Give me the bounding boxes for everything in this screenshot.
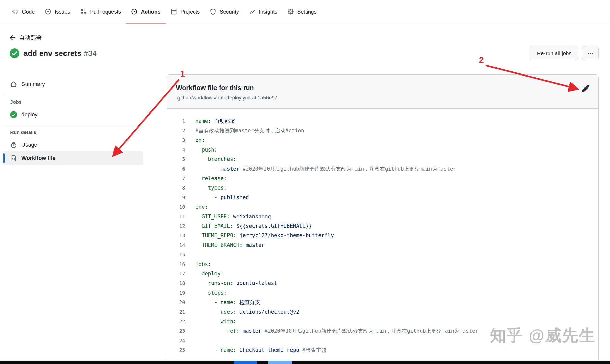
check-circle-icon [10,111,17,118]
line-number: 21 [167,309,185,315]
line-number: 14 [167,242,185,248]
code-text: env: [185,204,208,210]
code-text: runs-on: ubuntu-latest [185,280,277,286]
line-number: 1 [167,118,185,124]
code-text: push: [185,147,217,153]
line-number: 12 [167,223,185,229]
run-title-text: add env secrets [23,49,81,58]
code-line: 5 branches: [167,155,598,164]
tab-settings[interactable]: Settings [282,0,322,24]
line-number: 22 [167,318,185,324]
sidebar-item-label: deploy [21,111,37,118]
code-line: 7 release: [167,173,598,183]
code-text: THEME_BRANCH: master [185,242,265,248]
code-line: 8 types: [167,183,598,193]
run-success-icon [10,48,19,58]
tab-security[interactable]: Security [205,0,244,24]
card-title: Workflow file for this run [176,83,277,92]
tab-label: Issues [55,9,70,15]
shield-icon [210,8,216,15]
tab-insights[interactable]: Insights [244,0,282,24]
gear-icon [287,8,294,15]
sidebar-item-workflow-file[interactable]: Workflow file [3,151,143,165]
code-text: types: [185,185,227,191]
code-line: 25 - name: Checkout theme repo #检查主题 [167,345,598,355]
taskbar-window-fragment-2 [268,361,292,364]
line-number: 16 [167,261,185,267]
code-line: 1name: 自动部署 [167,116,598,126]
sidebar-item-label: Summary [21,81,45,87]
code-text: GIT_EMAIL: ${{secrets.GITHUBEMAIL}} [185,223,312,229]
run-number: #34 [84,49,97,58]
tab-actions[interactable]: Actions [126,0,166,24]
taskbar-window-fragment-1 [234,361,257,364]
more-options-button[interactable] [582,46,599,60]
line-number: 5 [167,156,185,162]
stopwatch-icon [10,142,17,148]
code-text: steps: [185,290,227,296]
tab-label: Code [22,9,35,15]
tab-pull-requests[interactable]: Pull requests [75,0,126,24]
workflow-file-card-header: Workflow file for this run .github/workf… [167,75,598,109]
code-line: 13 THEME_REPO: jerryc127/hexo-theme-butt… [167,231,598,240]
rerun-all-jobs-button[interactable]: Re-run all jobs [530,46,578,60]
code-line: 9 - published [167,193,598,202]
content-area: Summary Jobs deploy Run details Usage Wo… [0,74,610,364]
code-line: 2#当有改动推送到master分支时，启动Action [167,126,598,135]
sidebar-item-usage[interactable]: Usage [3,139,143,151]
code-text: #当有改动推送到master分支时，启动Action [185,127,304,134]
tab-issues[interactable]: Issues [40,0,75,24]
code-text: on: [185,137,205,143]
back-link[interactable]: 自动部署 [10,34,42,42]
arrow-left-icon [10,35,16,41]
code-line: 11 GIT_USER: weixiansheng [167,212,598,221]
repo-tab-nav: Code Issues Pull requests Actions Projec… [0,0,610,24]
line-number: 13 [167,232,185,239]
code-line: 21 uses: actions/checkout@v2 [167,307,598,317]
sidebar-item-label: Usage [21,142,37,148]
tab-label: Actions [141,9,160,15]
projects-icon [171,8,177,15]
line-number: 9 [167,194,185,200]
line-number: 4 [167,147,185,153]
line-number: 10 [167,204,185,210]
tab-label: Security [220,9,239,15]
line-number: 8 [167,185,185,191]
kebab-horizontal-icon [587,50,594,57]
code-line: 20 - name: 检查分支 [167,297,598,307]
code-listing: 1name: 自动部署2#当有改动推送到master分支时，启动Action3o… [167,109,598,355]
watermark: 知乎 @威先生 [490,324,596,346]
code-line: 19 steps: [167,288,598,297]
code-line: 17 deploy: [167,269,598,278]
run-header: 自动部署 add env secrets#34 Re-run all jobs [0,34,610,60]
code-text: release: [185,175,227,181]
run-sidebar: Summary Jobs deploy Run details Usage Wo… [0,74,167,364]
code-line: 3on: [167,135,598,145]
code-line: 12 GIT_EMAIL: ${{secrets.GITHUBEMAIL}} [167,221,598,231]
sidebar-item-summary[interactable]: Summary [3,78,143,90]
code-text: ref: master #2020年10月后github新建仓库默认分支改为ma… [185,327,478,334]
code-text: GIT_USER: weixiansheng [185,214,271,220]
code-text: - name: Checkout theme repo #检查主题 [185,346,326,354]
sidebar-item-job-deploy[interactable]: deploy [3,108,143,121]
tab-code[interactable]: Code [7,0,40,24]
workflow-name: 自动部署 [19,34,42,42]
home-icon [10,81,17,88]
tab-label: Pull requests [90,9,121,15]
line-number: 20 [167,299,185,305]
workflow-file-card-titles: Workflow file for this run .github/workf… [176,83,277,101]
code-text: uses: actions/checkout@v2 [185,309,299,315]
sidebar-divider [3,125,143,125]
tab-projects[interactable]: Projects [166,0,205,24]
code-text: - published [185,194,249,200]
edit-pencil-icon[interactable] [581,84,590,93]
line-number: 7 [167,175,185,181]
sidebar-item-label: Workflow file [21,155,55,161]
tab-label: Projects [180,9,200,15]
line-number: 24 [167,337,185,344]
code-line: 6 - master #2020年10月后github新建仓库默认分支改为mai… [167,164,598,173]
line-number: 18 [167,280,185,286]
line-number: 15 [167,252,185,258]
line-number: 19 [167,290,185,296]
tab-label: Insights [259,9,277,15]
